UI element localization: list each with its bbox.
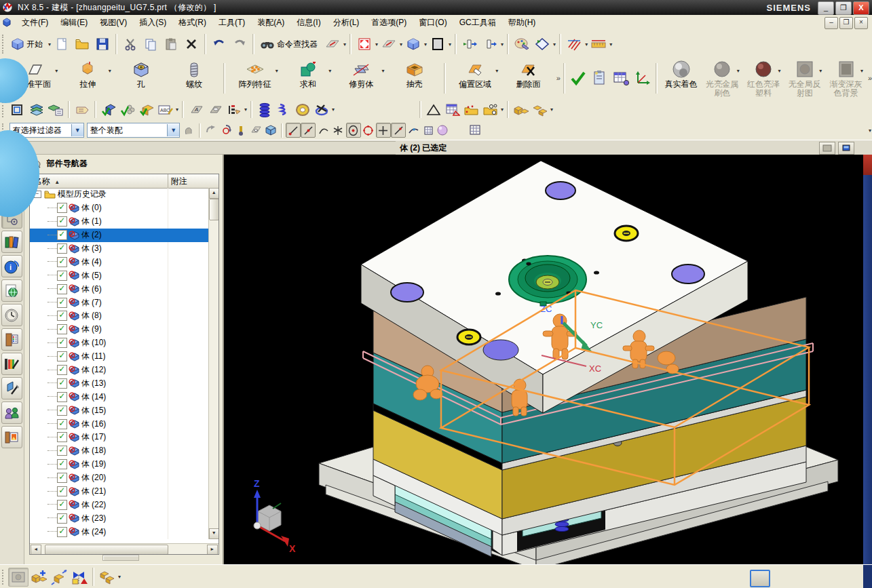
visual-effects-button[interactable] <box>512 34 532 54</box>
interference-button[interactable] <box>564 34 584 54</box>
toolbar-overflow-chevron[interactable]: » <box>868 74 872 82</box>
snap-grid-point-toggle[interactable] <box>421 123 436 138</box>
tree-row-body-13[interactable]: ✓体 (13) <box>30 376 208 390</box>
visibility-checkbox[interactable]: ✓ <box>57 419 67 429</box>
dropdown-arrow[interactable]: ▾ <box>343 41 346 47</box>
visibility-checkbox[interactable]: ✓ <box>57 230 67 240</box>
dropdown-arrow[interactable]: ▾ <box>553 41 556 47</box>
tree-row-body-2[interactable]: ✓体 (2) <box>30 229 208 242</box>
tree-row-body-22[interactable]: ✓体 (22) <box>30 498 208 511</box>
selection-list-button[interactable] <box>225 100 244 119</box>
scroll-right-arrow[interactable]: ► <box>207 545 218 555</box>
visibility-checkbox[interactable]: ✓ <box>57 243 67 254</box>
face-analysis-a-button[interactable]: A <box>187 100 206 119</box>
move-component-button[interactable] <box>49 568 69 587</box>
dropdown-arrow[interactable]: ▾ <box>585 41 588 47</box>
hole-set-folder-button[interactable] <box>481 100 500 119</box>
tree-root-row[interactable]: −模型历史记录 <box>30 188 208 201</box>
tree-row-body-4[interactable]: ✓体 (4) <box>30 255 208 269</box>
shading-button-matflat[interactable]: 无全局反射图▾ <box>784 59 825 97</box>
scroll-left-arrow[interactable]: ◄ <box>31 545 41 555</box>
selection-bar-overflow[interactable]: ▾ <box>869 128 871 134</box>
selection-scope-combo-arrow[interactable]: ▼ <box>167 124 179 136</box>
visibility-checkbox[interactable]: ✓ <box>57 203 67 213</box>
child-restore-button[interactable]: ❐ <box>839 17 853 29</box>
menu-10[interactable]: 窗口(O) <box>413 16 453 29</box>
dropdown-arrow[interactable]: ▾ <box>449 41 451 47</box>
tree-row-body-10[interactable]: ✓体 (10) <box>30 336 208 350</box>
snap-curve-toggle[interactable] <box>316 123 330 138</box>
horizontal-scrollbar[interactable]: ◄ ► <box>30 543 219 554</box>
tree-row-body-18[interactable]: ✓体 (18) <box>30 444 208 458</box>
visibility-checkbox[interactable]: ✓ <box>57 473 67 483</box>
tree-row-body-12[interactable]: ✓体 (12) <box>30 364 208 377</box>
menu-11[interactable]: GC工具箱 <box>453 16 502 29</box>
dropdown-arrow[interactable]: ▾ <box>737 68 740 74</box>
visibility-checkbox[interactable]: ✓ <box>57 500 67 510</box>
tree-row-body-6[interactable]: ✓体 (6) <box>30 282 208 296</box>
feature-button-extrude[interactable]: 拉伸▾ <box>61 59 114 97</box>
layer-settings-button[interactable] <box>27 100 46 119</box>
save-button[interactable] <box>92 34 113 54</box>
dropdown-arrow[interactable]: ▾ <box>400 41 402 47</box>
draft-analysis-button[interactable] <box>424 100 443 119</box>
shading-button-matbg[interactable]: 渐变深灰色背景▾ <box>825 59 867 97</box>
feature-button-offsetr[interactable]: 偏置区域▾ <box>449 59 501 97</box>
render-style-button[interactable] <box>436 123 449 137</box>
scroll-down-arrow[interactable]: ▼ <box>209 528 219 539</box>
background-button[interactable] <box>428 34 448 54</box>
new-file-button[interactable] <box>52 34 72 54</box>
redo-button[interactable] <box>229 34 250 54</box>
wave-linker-button[interactable] <box>512 100 531 119</box>
tree-row-body-1[interactable]: ✓体 (1) <box>30 215 208 229</box>
scroll-up-arrow[interactable]: ▲ <box>209 188 219 199</box>
dropdown-arrow[interactable]: ▾ <box>109 68 111 74</box>
dropdown-arrow[interactable]: ▾ <box>495 68 498 74</box>
lifting-hole-yellow[interactable] <box>457 330 480 345</box>
vertical-scroll-thumb[interactable] <box>209 199 219 220</box>
undo-button[interactable] <box>209 34 229 54</box>
shading-button-matmetal[interactable]: 光亮金属刷色▾ <box>702 59 743 97</box>
pattern-component-button[interactable] <box>97 568 117 587</box>
menu-9[interactable]: 首选项(P) <box>365 16 413 29</box>
check-clearance-button[interactable] <box>118 100 137 119</box>
dropdown-arrow[interactable]: ▾ <box>48 41 51 47</box>
selection-scope-combo[interactable]: 整个装配▼ <box>87 123 181 138</box>
style-button[interactable] <box>532 34 552 54</box>
menu-2[interactable]: 视图(V) <box>94 16 133 29</box>
visibility-checkbox[interactable]: ✓ <box>57 513 67 524</box>
dropdown-arrow[interactable]: ▾ <box>819 68 822 74</box>
toolbar-grip[interactable] <box>2 35 6 54</box>
select-tool-button[interactable] <box>233 123 248 137</box>
dropdown-arrow[interactable]: ▾ <box>276 68 278 74</box>
part-validation-check-button[interactable] <box>568 69 589 87</box>
toolbar-grip[interactable] <box>2 570 6 585</box>
horizontal-scroll-thumb[interactable] <box>45 545 168 555</box>
orient-view-left-button[interactable] <box>459 34 480 54</box>
feature-button-pattern[interactable]: 阵列特征▾ <box>228 59 281 97</box>
snap-existing-point-toggle[interactable] <box>376 123 391 138</box>
snap-arc-center-toggle[interactable] <box>346 123 361 138</box>
command-finder-button[interactable]: 命令查找器 <box>257 34 322 54</box>
visibility-checkbox[interactable]: ✓ <box>57 216 67 227</box>
touch-mode-button[interactable] <box>322 34 343 54</box>
visibility-checkbox[interactable]: ✓ <box>57 527 67 537</box>
focused-mini-button[interactable] <box>750 570 770 587</box>
solid-tool-button[interactable] <box>263 123 278 137</box>
guide-hole-purple[interactable] <box>672 264 704 283</box>
fit-view-button[interactable] <box>354 34 375 54</box>
window-display-button[interactable] <box>838 142 854 155</box>
close-button[interactable]: X <box>853 1 869 15</box>
feature-button-shell[interactable]: 抽壳 <box>388 59 441 97</box>
grid-display-button[interactable] <box>468 123 482 137</box>
dropdown-arrow[interactable]: ▾ <box>501 106 504 113</box>
child-minimize-button[interactable]: – <box>824 17 838 29</box>
dropdown-arrow[interactable]: ▾ <box>550 106 553 113</box>
snap-endpoint-toggle[interactable] <box>286 123 301 138</box>
history-palette-tab[interactable] <box>1 304 22 326</box>
panel-resize-grip[interactable] <box>102 555 139 561</box>
dropdown-arrow[interactable]: ▾ <box>860 68 863 74</box>
delete-button[interactable] <box>181 34 202 54</box>
snap-point-on-curve-toggle[interactable] <box>391 123 406 138</box>
dropdown-arrow[interactable]: ▾ <box>332 106 335 113</box>
